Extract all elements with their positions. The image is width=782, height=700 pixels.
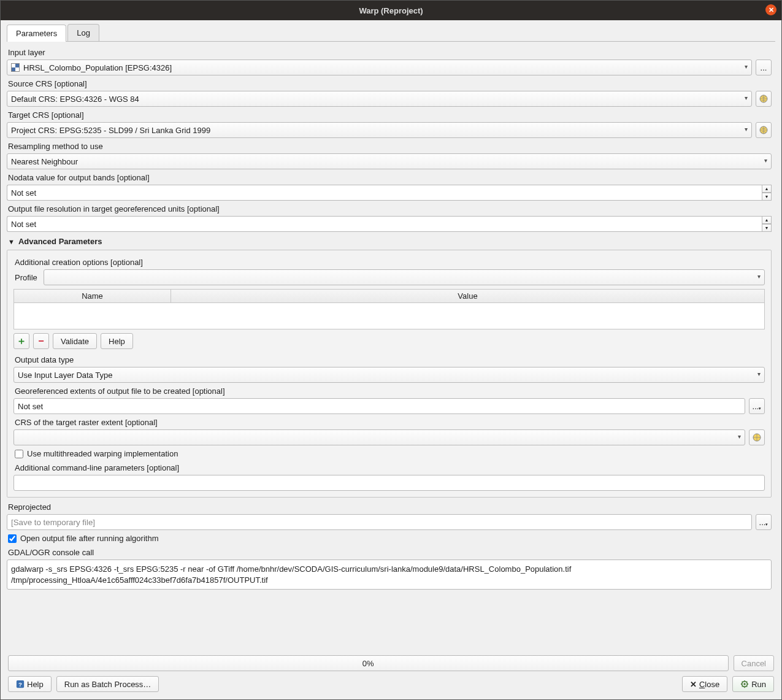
remove-row-button[interactable]: − (33, 333, 49, 349)
geo-extents-browse-button[interactable]: ...▾ (749, 398, 765, 414)
crs-target-extent-label: CRS of the target raster extent [optiona… (13, 415, 765, 429)
add-cmd-input[interactable] (13, 475, 765, 491)
reprojected-label: Reprojected (7, 500, 772, 514)
tab-bar: Parameters Log (7, 24, 775, 42)
advanced-parameters-group: Additional creation options [optional] P… (7, 250, 772, 498)
advanced-parameters-toggle[interactable]: ▼ Advanced Parameters (7, 233, 772, 250)
out-res-label: Output file resolution in target georefe… (7, 202, 772, 216)
geo-extents-value: Not set (18, 402, 43, 411)
svg-text:?: ? (18, 681, 22, 688)
tab-log[interactable]: Log (67, 24, 99, 41)
progress-text: 0% (362, 659, 374, 668)
cancel-button: Cancel (734, 655, 774, 671)
help-button[interactable]: ? Help (8, 676, 52, 692)
out-dtype-value: Use Input Layer Data Type (18, 371, 112, 380)
creation-options-body[interactable] (14, 303, 764, 329)
add-row-button[interactable]: ＋ (13, 333, 29, 349)
parameters-scroll-area[interactable]: Input layer HRSL_Colombo_Population [EPS… (7, 42, 775, 652)
out-dtype-combo[interactable]: Use Input Layer Data Type (13, 367, 765, 383)
profile-label: Profile (13, 271, 40, 285)
source-crs-picker-button[interactable] (756, 91, 772, 107)
multithread-label: Use multithreaded warping implementation (27, 449, 178, 458)
nodata-input[interactable]: Not set (7, 185, 762, 201)
window-titlebar: Warp (Reproject) ✕ (1, 1, 781, 20)
help-icon: ? (16, 680, 25, 688)
advanced-parameters-label: Advanced Parameters (18, 237, 102, 246)
close-button[interactable]: ✕ Close (682, 676, 727, 692)
table-header-name: Name (14, 290, 171, 302)
nodata-label: Nodata value for output bands [optional] (7, 171, 772, 185)
x-icon: ✕ (690, 680, 697, 689)
add-cmd-label: Additional command-line parameters [opti… (13, 461, 765, 475)
creation-options-table: Name Value (13, 289, 765, 329)
out-res-spin-up[interactable]: ▲ (762, 216, 772, 224)
raster-layer-icon (11, 63, 20, 72)
out-res-value: Not set (11, 220, 36, 229)
target-crs-picker-button[interactable] (756, 122, 772, 138)
nodata-spin-down[interactable]: ▼ (762, 193, 772, 201)
geo-extents-input[interactable]: Not set (13, 398, 745, 414)
window-title: Warp (Reproject) (359, 6, 423, 15)
source-crs-label: Source CRS [optional] (7, 77, 772, 91)
geo-extents-label: Georeferenced extents of output file to … (13, 384, 765, 398)
add-creation-label: Additional creation options [optional] (13, 255, 765, 269)
target-crs-value: Project CRS: EPSG:5235 - SLD99 / Sri Lan… (11, 126, 210, 135)
validate-button[interactable]: Validate (53, 333, 97, 349)
tab-parameters[interactable]: Parameters (7, 25, 66, 42)
progress-bar: 0% (8, 655, 729, 671)
resampling-combo[interactable]: Nearest Neighbour (7, 153, 772, 169)
crs-target-extent-combo[interactable] (13, 429, 745, 445)
resampling-label: Resampling method to use (7, 139, 772, 153)
input-layer-label: Input layer (7, 45, 772, 60)
target-crs-label: Target CRS [optional] (7, 108, 772, 122)
open-after-label: Open output file after running algorithm (20, 534, 158, 543)
nodata-spin-up[interactable]: ▲ (762, 185, 772, 193)
out-res-input[interactable]: Not set (7, 216, 762, 232)
close-window-button[interactable]: ✕ (765, 4, 776, 15)
input-layer-value: HRSL_Colombo_Population [EPSG:4326] (23, 63, 172, 72)
help-creation-button[interactable]: Help (101, 333, 133, 349)
globe-icon (759, 94, 769, 104)
out-dtype-label: Output data type (13, 353, 765, 367)
open-after-checkbox[interactable] (8, 534, 17, 543)
nodata-value: Not set (11, 188, 36, 198)
input-layer-combo[interactable]: HRSL_Colombo_Population [EPSG:4326] (7, 60, 752, 75)
multithread-checkbox[interactable] (15, 450, 23, 458)
table-header-value: Value (171, 290, 764, 302)
target-crs-combo[interactable]: Project CRS: EPSG:5235 - SLD99 / Sri Lan… (7, 122, 752, 138)
caret-down-icon: ▼ (8, 238, 15, 245)
gdal-call-label: GDAL/OGR console call (7, 545, 772, 560)
input-layer-browse-button[interactable]: ... (756, 60, 772, 75)
run-as-batch-button[interactable]: Run as Batch Process… (56, 676, 159, 692)
svg-point-6 (743, 683, 746, 685)
out-res-spin-down[interactable]: ▼ (762, 224, 772, 232)
reprojected-browse-button[interactable]: ...▾ (756, 514, 772, 530)
plus-icon: ＋ (17, 335, 26, 348)
globe-icon (752, 433, 762, 442)
minus-icon: − (38, 336, 44, 347)
gdal-call-textarea[interactable]: gdalwarp -s_srs EPSG:4326 -t_srs EPSG:52… (7, 560, 772, 590)
crs-target-extent-picker-button[interactable] (749, 429, 765, 445)
source-crs-combo[interactable]: Default CRS: EPSG:4326 - WGS 84 (7, 91, 752, 107)
run-button[interactable]: Run (732, 676, 774, 692)
globe-icon (759, 125, 769, 135)
profile-combo[interactable] (44, 269, 765, 285)
reprojected-output-input[interactable] (7, 514, 752, 530)
gear-run-icon (740, 680, 749, 688)
resampling-value: Nearest Neighbour (11, 157, 78, 166)
source-crs-value: Default CRS: EPSG:4326 - WGS 84 (11, 94, 139, 104)
